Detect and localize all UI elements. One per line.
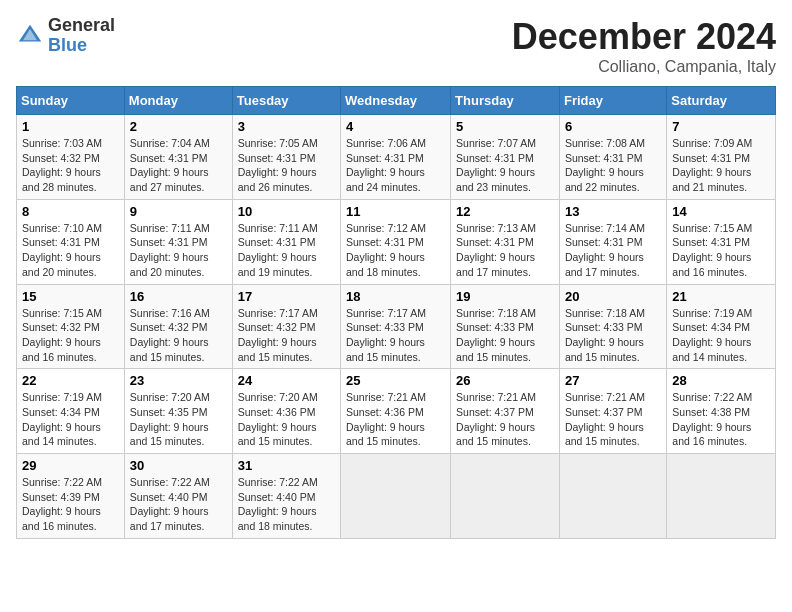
calendar-cell: 18Sunrise: 7:17 AMSunset: 4:33 PMDayligh… [341,284,451,369]
day-info: Sunrise: 7:21 AMSunset: 4:36 PMDaylight:… [346,390,445,449]
day-number: 8 [22,204,119,219]
day-number: 1 [22,119,119,134]
day-number: 22 [22,373,119,388]
day-of-week-header: Monday [124,87,232,115]
day-info: Sunrise: 7:18 AMSunset: 4:33 PMDaylight:… [565,306,661,365]
day-number: 29 [22,458,119,473]
title-area: December 2024 Colliano, Campania, Italy [512,16,776,76]
day-info: Sunrise: 7:21 AMSunset: 4:37 PMDaylight:… [565,390,661,449]
calendar-week-row: 15Sunrise: 7:15 AMSunset: 4:32 PMDayligh… [17,284,776,369]
calendar-cell: 17Sunrise: 7:17 AMSunset: 4:32 PMDayligh… [232,284,340,369]
day-of-week-header: Wednesday [341,87,451,115]
calendar-cell: 1Sunrise: 7:03 AMSunset: 4:32 PMDaylight… [17,115,125,200]
day-info: Sunrise: 7:22 AMSunset: 4:38 PMDaylight:… [672,390,770,449]
day-info: Sunrise: 7:22 AMSunset: 4:40 PMDaylight:… [130,475,227,534]
day-info: Sunrise: 7:19 AMSunset: 4:34 PMDaylight:… [22,390,119,449]
day-number: 24 [238,373,335,388]
logo-blue-text: Blue [48,36,115,56]
day-info: Sunrise: 7:07 AMSunset: 4:31 PMDaylight:… [456,136,554,195]
calendar-cell: 26Sunrise: 7:21 AMSunset: 4:37 PMDayligh… [451,369,560,454]
calendar-cell: 13Sunrise: 7:14 AMSunset: 4:31 PMDayligh… [559,199,666,284]
day-of-week-header: Saturday [667,87,776,115]
calendar-cell [559,454,666,539]
day-info: Sunrise: 7:19 AMSunset: 4:34 PMDaylight:… [672,306,770,365]
day-number: 18 [346,289,445,304]
day-info: Sunrise: 7:13 AMSunset: 4:31 PMDaylight:… [456,221,554,280]
calendar-week-row: 1Sunrise: 7:03 AMSunset: 4:32 PMDaylight… [17,115,776,200]
calendar-body: 1Sunrise: 7:03 AMSunset: 4:32 PMDaylight… [17,115,776,539]
calendar-cell: 5Sunrise: 7:07 AMSunset: 4:31 PMDaylight… [451,115,560,200]
calendar-cell: 31Sunrise: 7:22 AMSunset: 4:40 PMDayligh… [232,454,340,539]
day-info: Sunrise: 7:20 AMSunset: 4:36 PMDaylight:… [238,390,335,449]
calendar-cell: 2Sunrise: 7:04 AMSunset: 4:31 PMDaylight… [124,115,232,200]
day-info: Sunrise: 7:14 AMSunset: 4:31 PMDaylight:… [565,221,661,280]
day-number: 26 [456,373,554,388]
day-info: Sunrise: 7:08 AMSunset: 4:31 PMDaylight:… [565,136,661,195]
day-number: 15 [22,289,119,304]
calendar-cell: 7Sunrise: 7:09 AMSunset: 4:31 PMDaylight… [667,115,776,200]
day-info: Sunrise: 7:04 AMSunset: 4:31 PMDaylight:… [130,136,227,195]
calendar-header-row: SundayMondayTuesdayWednesdayThursdayFrid… [17,87,776,115]
day-number: 17 [238,289,335,304]
calendar-cell: 25Sunrise: 7:21 AMSunset: 4:36 PMDayligh… [341,369,451,454]
day-info: Sunrise: 7:16 AMSunset: 4:32 PMDaylight:… [130,306,227,365]
day-number: 3 [238,119,335,134]
day-number: 11 [346,204,445,219]
calendar-cell: 22Sunrise: 7:19 AMSunset: 4:34 PMDayligh… [17,369,125,454]
day-info: Sunrise: 7:03 AMSunset: 4:32 PMDaylight:… [22,136,119,195]
day-number: 25 [346,373,445,388]
calendar-week-row: 22Sunrise: 7:19 AMSunset: 4:34 PMDayligh… [17,369,776,454]
day-info: Sunrise: 7:17 AMSunset: 4:33 PMDaylight:… [346,306,445,365]
day-of-week-header: Friday [559,87,666,115]
month-title: December 2024 [512,16,776,58]
day-number: 30 [130,458,227,473]
location-title: Colliano, Campania, Italy [512,58,776,76]
calendar-cell: 24Sunrise: 7:20 AMSunset: 4:36 PMDayligh… [232,369,340,454]
day-number: 9 [130,204,227,219]
day-number: 13 [565,204,661,219]
calendar-cell: 28Sunrise: 7:22 AMSunset: 4:38 PMDayligh… [667,369,776,454]
calendar-week-row: 8Sunrise: 7:10 AMSunset: 4:31 PMDaylight… [17,199,776,284]
day-number: 2 [130,119,227,134]
calendar-cell: 8Sunrise: 7:10 AMSunset: 4:31 PMDaylight… [17,199,125,284]
day-number: 12 [456,204,554,219]
day-number: 31 [238,458,335,473]
day-info: Sunrise: 7:05 AMSunset: 4:31 PMDaylight:… [238,136,335,195]
day-info: Sunrise: 7:10 AMSunset: 4:31 PMDaylight:… [22,221,119,280]
logo: General Blue [16,16,115,56]
day-number: 23 [130,373,227,388]
day-number: 4 [346,119,445,134]
day-number: 27 [565,373,661,388]
day-number: 21 [672,289,770,304]
day-number: 20 [565,289,661,304]
logo-icon [16,22,44,50]
day-of-week-header: Tuesday [232,87,340,115]
day-info: Sunrise: 7:12 AMSunset: 4:31 PMDaylight:… [346,221,445,280]
day-info: Sunrise: 7:22 AMSunset: 4:40 PMDaylight:… [238,475,335,534]
day-info: Sunrise: 7:11 AMSunset: 4:31 PMDaylight:… [130,221,227,280]
logo-general-text: General [48,16,115,36]
day-number: 10 [238,204,335,219]
calendar-cell: 30Sunrise: 7:22 AMSunset: 4:40 PMDayligh… [124,454,232,539]
calendar-cell: 11Sunrise: 7:12 AMSunset: 4:31 PMDayligh… [341,199,451,284]
day-info: Sunrise: 7:21 AMSunset: 4:37 PMDaylight:… [456,390,554,449]
day-info: Sunrise: 7:15 AMSunset: 4:32 PMDaylight:… [22,306,119,365]
day-number: 14 [672,204,770,219]
calendar-cell: 3Sunrise: 7:05 AMSunset: 4:31 PMDaylight… [232,115,340,200]
day-info: Sunrise: 7:22 AMSunset: 4:39 PMDaylight:… [22,475,119,534]
day-of-week-header: Thursday [451,87,560,115]
calendar-cell [667,454,776,539]
day-info: Sunrise: 7:18 AMSunset: 4:33 PMDaylight:… [456,306,554,365]
day-info: Sunrise: 7:06 AMSunset: 4:31 PMDaylight:… [346,136,445,195]
logo-text: General Blue [48,16,115,56]
calendar-cell [341,454,451,539]
calendar-cell [451,454,560,539]
calendar-cell: 12Sunrise: 7:13 AMSunset: 4:31 PMDayligh… [451,199,560,284]
day-number: 19 [456,289,554,304]
day-number: 6 [565,119,661,134]
header: General Blue December 2024 Colliano, Cam… [16,16,776,76]
calendar-cell: 21Sunrise: 7:19 AMSunset: 4:34 PMDayligh… [667,284,776,369]
day-info: Sunrise: 7:11 AMSunset: 4:31 PMDaylight:… [238,221,335,280]
calendar-cell: 6Sunrise: 7:08 AMSunset: 4:31 PMDaylight… [559,115,666,200]
day-of-week-header: Sunday [17,87,125,115]
